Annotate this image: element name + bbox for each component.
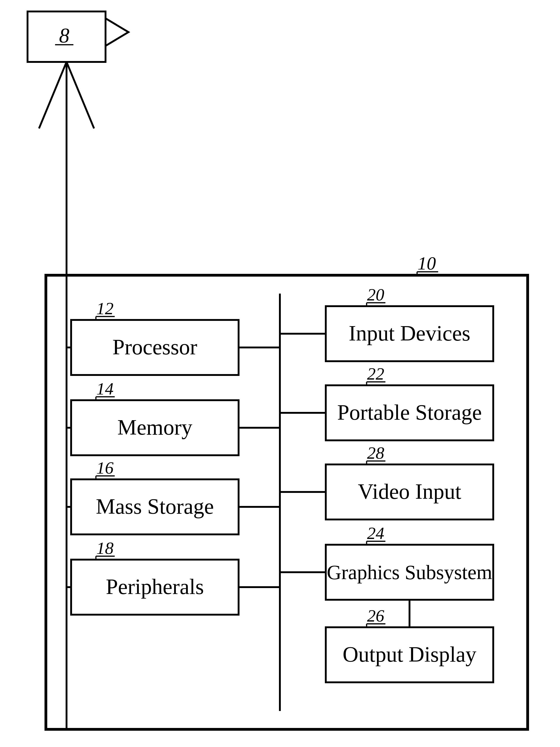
input-devices-label: Input Devices [349, 321, 470, 345]
graphics-subsystem-label: Graphics Subsystem [327, 561, 492, 584]
peripherals-label: Peripherals [106, 574, 204, 599]
peripherals-ref: 18 [96, 539, 113, 558]
portable-storage-label: Portable Storage [337, 400, 482, 424]
processor-label: Processor [112, 335, 197, 359]
input-devices-ref: 20 [367, 285, 384, 304]
system-label: 10 [417, 253, 436, 274]
camera-label: 8 [59, 24, 70, 47]
video-input-ref: 28 [367, 443, 384, 462]
graphics-subsystem-ref: 24 [367, 524, 384, 543]
mass-storage-label: Mass Storage [96, 494, 214, 519]
processor-ref: 12 [96, 299, 113, 318]
memory-ref: 14 [96, 379, 113, 398]
mass-storage-ref: 16 [96, 458, 114, 477]
diagram-container: 8 10 12 Processor 14 [0, 0, 560, 747]
output-display-ref: 26 [367, 606, 384, 625]
output-display-label: Output Display [342, 642, 477, 667]
portable-storage-ref: 22 [367, 364, 384, 383]
memory-label: Memory [117, 415, 193, 439]
video-input-label: Video Input [358, 479, 461, 504]
